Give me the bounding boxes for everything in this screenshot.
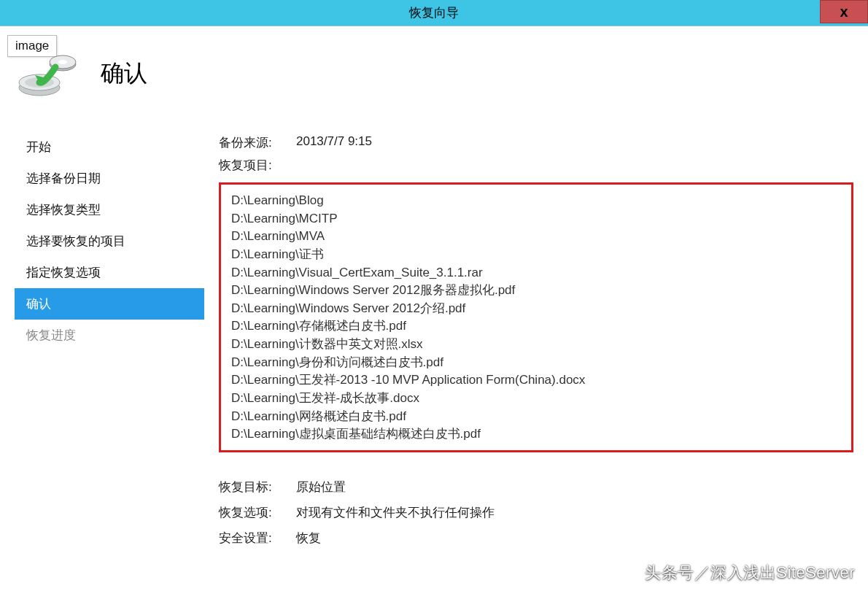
sidebar-item-confirm[interactable]: 确认 xyxy=(15,288,204,320)
sidebar-item-select-date[interactable]: 选择备份日期 xyxy=(15,163,204,194)
main-panel: 备份来源: 2013/7/7 9:15 恢复项目: D:\Learning\Bl… xyxy=(204,117,868,591)
close-button[interactable]: x xyxy=(820,0,868,23)
security-value: 恢复 xyxy=(296,530,321,546)
backup-source-label: 备份来源: xyxy=(219,134,279,151)
restore-option-row: 恢复选项: 对现有文件和文件夹不执行任何操作 xyxy=(219,500,853,525)
security-label: 安全设置: xyxy=(219,530,279,546)
content-area: 确认 开始 选择备份日期 选择恢复类型 选择要恢复的项目 指定恢复选项 确认 恢… xyxy=(0,26,868,591)
list-item: D:\Learning\Windows Server 2012介绍.pdf xyxy=(231,300,841,318)
list-item: D:\Learning\MVA xyxy=(231,228,841,246)
restore-target-value: 原始位置 xyxy=(296,479,346,495)
list-item: D:\Learning\身份和访问概述白皮书.pdf xyxy=(231,354,841,372)
page-title: 确认 xyxy=(101,58,147,90)
body-row: 开始 选择备份日期 选择恢复类型 选择要恢复的项目 指定恢复选项 确认 恢复进度… xyxy=(0,117,868,591)
list-item: D:\Learning\Blog xyxy=(231,192,841,210)
footer-info: 恢复目标: 原始位置 恢复选项: 对现有文件和文件夹不执行任何操作 安全设置: … xyxy=(219,474,853,551)
list-item: D:\Learning\王发祥-成长故事.docx xyxy=(231,390,841,408)
titlebar: 恢复向导 x xyxy=(0,0,868,26)
sidebar-item-progress: 恢复进度 xyxy=(15,320,204,351)
sidebar-item-select-items[interactable]: 选择要恢复的项目 xyxy=(15,225,204,257)
window-title: 恢复向导 xyxy=(409,4,459,21)
sidebar-item-select-type[interactable]: 选择恢复类型 xyxy=(15,194,204,225)
list-item: D:\Learning\存储概述白皮书.pdf xyxy=(231,317,841,336)
list-item: D:\Learning\网络概述白皮书.pdf xyxy=(231,408,841,426)
list-item: D:\Learning\虚拟桌面基础结构概述白皮书.pdf xyxy=(231,425,841,444)
list-item: D:\Learning\MCITP xyxy=(231,210,841,228)
header-row: 确认 xyxy=(0,26,868,117)
restore-target-label: 恢复目标: xyxy=(219,479,279,495)
restore-target-row: 恢复目标: 原始位置 xyxy=(219,474,853,500)
list-item: D:\Learning\Windows Server 2012服务器虚拟化.pd… xyxy=(231,282,841,300)
wizard-icon xyxy=(18,48,79,99)
restore-option-label: 恢复选项: xyxy=(219,504,279,521)
close-icon: x xyxy=(840,4,848,20)
restore-items-list[interactable]: D:\Learning\Blog D:\Learning\MCITP D:\Le… xyxy=(219,182,853,452)
list-item: D:\Learning\王发祥-2013 -10 MVP Application… xyxy=(231,371,841,390)
sidebar-item-specify-options[interactable]: 指定恢复选项 xyxy=(15,257,204,288)
backup-source-value: 2013/7/7 9:15 xyxy=(296,134,372,151)
backup-source-row: 备份来源: 2013/7/7 9:15 xyxy=(219,131,853,154)
restore-items-label: 恢复项目: xyxy=(219,157,279,174)
security-row: 安全设置: 恢复 xyxy=(219,525,853,551)
sidebar: 开始 选择备份日期 选择恢复类型 选择要恢复的项目 指定恢复选项 确认 恢复进度 xyxy=(0,117,204,591)
sidebar-item-start[interactable]: 开始 xyxy=(15,131,204,163)
watermark: 头条号／深入浅出SiteServer xyxy=(645,562,855,584)
restore-items-label-row: 恢复项目: xyxy=(219,154,853,177)
list-item: D:\Learning\计数器中英文对照.xlsx xyxy=(231,336,841,354)
list-item: D:\Learning\Visual_CertExam_Suite_3.1.1.… xyxy=(231,264,841,282)
list-item: D:\Learning\证书 xyxy=(231,246,841,264)
restore-option-value: 对现有文件和文件夹不执行任何操作 xyxy=(296,504,495,521)
svg-point-5 xyxy=(58,60,67,64)
